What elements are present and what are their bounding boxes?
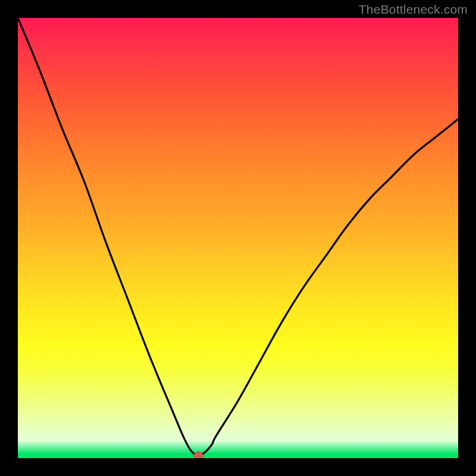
chart-frame: TheBottleneck.com bbox=[0, 0, 476, 476]
plot-svg bbox=[18, 18, 458, 458]
watermark-text: TheBottleneck.com bbox=[359, 2, 468, 17]
min-point-marker bbox=[193, 452, 203, 458]
plot-area bbox=[18, 18, 458, 458]
bottleneck-curve bbox=[18, 18, 458, 455]
